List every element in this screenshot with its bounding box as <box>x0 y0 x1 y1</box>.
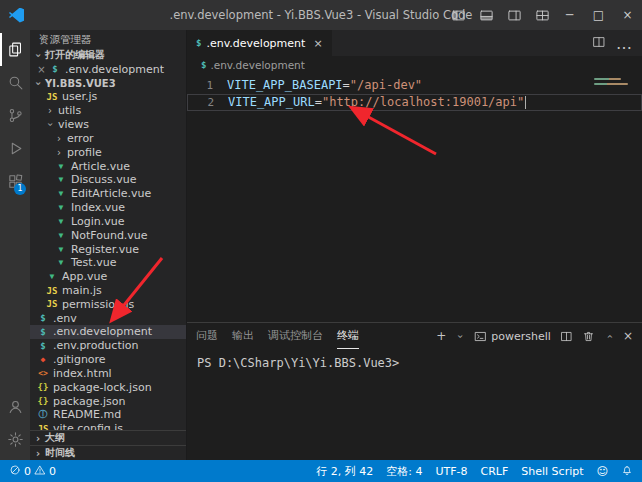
file-label: Discuss.vue <box>71 173 136 186</box>
feedback-smiley-icon[interactable]: ☺ <box>597 465 608 478</box>
maximize-panel-button[interactable]: › <box>603 331 614 341</box>
activity-search-icon[interactable] <box>0 66 30 99</box>
vue-file-icon: ▼ <box>54 162 68 171</box>
chevron-right-icon: › <box>33 433 43 444</box>
problems-status[interactable]: 0 0 <box>9 464 56 479</box>
encoding-status[interactable]: UTF-8 <box>435 465 467 478</box>
chevron-right-icon: › <box>54 133 64 144</box>
cursor-position[interactable]: 行 2, 列 42 <box>316 464 373 479</box>
tree-item[interactable]: JSpermission.js <box>30 297 186 311</box>
file-label: package.json <box>53 395 125 408</box>
warning-icon <box>34 464 46 479</box>
json-file-icon: {} <box>36 396 50 406</box>
tree-item[interactable]: ▼Index.vue <box>30 201 186 215</box>
file-label: Index.vue <box>71 201 125 214</box>
split-terminal-button[interactable] <box>560 330 573 343</box>
outline-section[interactable]: › 大纲 <box>30 430 186 445</box>
timeline-section[interactable]: › 时间线 <box>30 445 186 460</box>
tree-item[interactable]: ›error <box>30 131 186 145</box>
project-header[interactable]: › YI.BBS.VUE3 <box>30 76 186 90</box>
tree-item[interactable]: ›views <box>30 118 186 132</box>
activity-explorer-icon[interactable] <box>0 33 30 66</box>
terminal-shell-item[interactable]: powershell <box>474 330 551 343</box>
eol-status[interactable]: CRLF <box>481 465 509 478</box>
code-editor[interactable]: 1VITE_APP_BASEAPI="/api-dev"2VITE_APP_UR… <box>187 74 642 322</box>
breadcrumb-file: .env.development <box>210 59 304 71</box>
tree-item[interactable]: JSvite.config.js <box>30 422 186 430</box>
tree-item[interactable]: ⓘREADME.md <box>30 408 186 422</box>
panel-header: 问题输出调试控制台终端 + › powershell › × <box>187 323 642 349</box>
tree-item[interactable]: $.env.development <box>30 325 186 339</box>
chevron-right-icon: › <box>45 105 55 116</box>
code-line[interactable]: 2VITE_APP_URL="http://localhost:19001/ap… <box>187 94 642 111</box>
close-window-button[interactable]: × <box>613 0 642 30</box>
tree-item[interactable]: <>index.html <box>30 367 186 381</box>
breadcrumb[interactable]: $ .env.development <box>187 56 642 74</box>
indentation-status[interactable]: 空格: 4 <box>386 464 422 479</box>
close-tab-icon[interactable]: × <box>313 37 322 50</box>
open-editors-header[interactable]: › 打开的编辑器 <box>30 48 186 62</box>
maximize-button[interactable]: □ <box>584 0 613 30</box>
toggle-sidebar-icon[interactable] <box>445 3 471 27</box>
minimap[interactable] <box>594 78 630 88</box>
editor-tab-bar: $ .env.development × … <box>187 30 642 56</box>
terminal-output[interactable]: PS D:\CSharp\Yi\Yi.BBS.Vue3> <box>187 349 642 377</box>
panel-tab[interactable]: 输出 <box>232 323 254 349</box>
new-terminal-button[interactable]: + <box>436 329 446 343</box>
tab-env-development[interactable]: $ .env.development × <box>187 30 332 56</box>
env-file-icon: $ <box>196 38 201 48</box>
vue-file-icon: ▼ <box>45 272 59 281</box>
tree-item[interactable]: ›profile <box>30 145 186 159</box>
activity-account-icon[interactable] <box>0 390 30 423</box>
notifications-bell-icon[interactable] <box>621 465 633 477</box>
kill-terminal-button[interactable] <box>582 330 595 343</box>
tree-item[interactable]: {}package.json <box>30 394 186 408</box>
tree-item[interactable]: $.env <box>30 311 186 325</box>
close-editor-icon[interactable]: × <box>35 64 48 75</box>
toggle-panel-icon[interactable] <box>473 3 499 27</box>
activity-run-and-debug-icon[interactable] <box>0 132 30 165</box>
file-label: .env.production <box>53 339 138 352</box>
language-mode[interactable]: Shell Script <box>521 465 583 478</box>
customize-layout-icon[interactable] <box>529 3 555 27</box>
open-editor-item[interactable]: × $ .env.development <box>30 62 186 76</box>
tree-item[interactable]: ▼EditArticle.vue <box>30 187 186 201</box>
file-label: App.vue <box>62 270 107 283</box>
error-icon <box>9 464 21 479</box>
tree-item[interactable]: JSmain.js <box>30 284 186 298</box>
close-panel-button[interactable]: × <box>623 329 633 343</box>
terminal-profile-dropdown-icon[interactable]: › <box>455 331 466 341</box>
tree-item[interactable]: $.env.production <box>30 339 186 353</box>
env-file-icon: $ <box>36 341 50 351</box>
status-left: 0 0 <box>9 464 56 479</box>
tree-item[interactable]: ▼Register.vue <box>30 242 186 256</box>
tree-item[interactable]: JSuser.js <box>30 90 186 104</box>
activity-source-control-icon[interactable] <box>0 99 30 132</box>
activity-extensions-icon[interactable]: 1 <box>0 165 30 198</box>
tree-item[interactable]: ▼Test.vue <box>30 256 186 270</box>
toggle-secondary-sidebar-icon[interactable] <box>501 3 527 27</box>
tree-item[interactable]: ▼NotFound.vue <box>30 228 186 242</box>
panel-tab[interactable]: 终端 <box>337 323 359 349</box>
tree-item[interactable]: ▼Article.vue <box>30 159 186 173</box>
tree-item[interactable]: ▼Discuss.vue <box>30 173 186 187</box>
env-file-icon: $ <box>201 60 206 70</box>
more-actions-icon[interactable]: … <box>616 34 632 53</box>
panel-tab[interactable]: 问题 <box>196 323 218 349</box>
minimap-line <box>594 83 628 85</box>
terminal-shell-label: powershell <box>491 330 551 343</box>
tree-item[interactable]: ▼App.vue <box>30 270 186 284</box>
code-line[interactable]: 1VITE_APP_BASEAPI="/api-dev" <box>187 77 642 94</box>
tree-item[interactable]: ›utils <box>30 104 186 118</box>
file-label: .env.development <box>53 325 152 338</box>
activity-bar-top: 1 <box>0 33 30 198</box>
open-editors-label: 打开的编辑器 <box>45 48 105 62</box>
tree-item[interactable]: {}package-lock.json <box>30 380 186 394</box>
minimize-button[interactable]: ─ <box>555 0 584 30</box>
tree-item[interactable]: ◆.gitignore <box>30 353 186 367</box>
split-editor-icon[interactable] <box>592 34 606 53</box>
tree-item[interactable]: ▼Login.vue <box>30 214 186 228</box>
file-label: EditArticle.vue <box>71 187 151 200</box>
panel-tab[interactable]: 调试控制台 <box>268 323 323 349</box>
activity-settings-icon[interactable] <box>0 423 30 456</box>
